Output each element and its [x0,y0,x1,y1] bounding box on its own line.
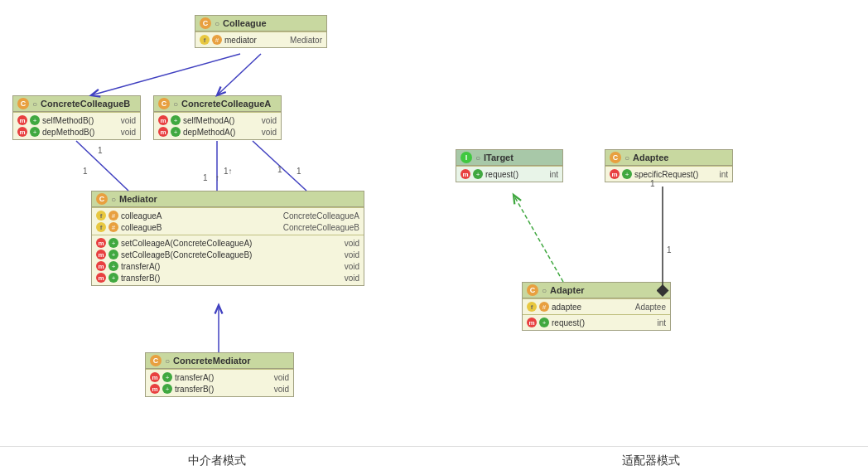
mediator-box: C ○ Mediator f # colleagueA ConcreteColl… [91,191,364,286]
interface-icon-itarget: I [461,152,472,163]
svg-text:1: 1 [297,167,301,176]
concrete-colleague-a-box: C ○ ConcreteColleagueA m + selfMethodA()… [153,95,282,140]
svg-line-1 [91,54,240,95]
class-icon-mediator: C [96,193,108,205]
cm-header: C ○ ConcreteMediator [146,353,293,369]
svg-text:1: 1 [83,167,88,176]
ccb-header: C ○ ConcreteColleagueB [13,96,140,112]
bottom-labels: 中介者模式 适配器模式 [0,446,868,475]
svg-line-2 [217,54,261,95]
svg-text:1↑: 1↑ [224,167,233,176]
svg-line-7 [253,141,306,191]
adapter-arrows: 1 1 [439,8,770,431]
class-icon-adapter: C [527,284,538,296]
cca-header: C ○ ConcreteColleagueA [154,96,281,112]
right-diagram-label: 适配器模式 [434,447,868,475]
svg-line-15 [514,195,563,282]
svg-line-3 [76,141,128,191]
adapter-pattern-diagram: I ○ ITarget m + request() int C ○ Adapte… [439,8,860,438]
field-icon: f [200,35,210,45]
svg-text:1: 1 [277,165,282,174]
itarget-header: I ○ ITarget [456,150,562,166]
colleague-field-mediator: f # mediator Mediator [200,34,322,46]
concrete-mediator-box: C ○ ConcreteMediator m + transferA() voi… [145,352,294,397]
svg-text:1: 1 [203,173,208,182]
itarget-box: I ○ ITarget m + request() int [456,149,563,182]
colleague-box: C ○ Colleague f # mediator Mediator [195,15,327,48]
concrete-colleague-b-box: C ○ ConcreteColleagueB m + selfMethodB()… [12,95,141,140]
svg-text:1: 1 [98,146,103,155]
adapter-header: C ○ Adapter [523,283,670,298]
class-icon-adaptee: C [610,152,621,163]
class-icon-colleague: C [200,17,211,29]
svg-text:1: 1 [667,245,672,254]
class-icon-cm: C [150,355,162,366]
adaptee-box: C ○ Adaptee m + specificRequest() int [605,149,733,182]
svg-text:↑: ↑ [215,173,219,182]
class-icon-ccb: C [17,98,29,109]
adaptee-header: C ○ Adaptee [605,150,732,166]
left-diagram-label: 中介者模式 [0,447,434,475]
class-icon-cca: C [158,98,170,109]
colleague-header: C ○ Colleague [195,16,326,32]
mediator-pattern-diagram: C ○ Colleague f # mediator Mediator C ○ … [8,8,439,438]
adapter-box: C ○ Adapter f # adaptee Adaptee m + requ… [522,282,671,331]
access-icon: # [212,35,222,45]
mediator-header: C ○ Mediator [92,191,364,207]
